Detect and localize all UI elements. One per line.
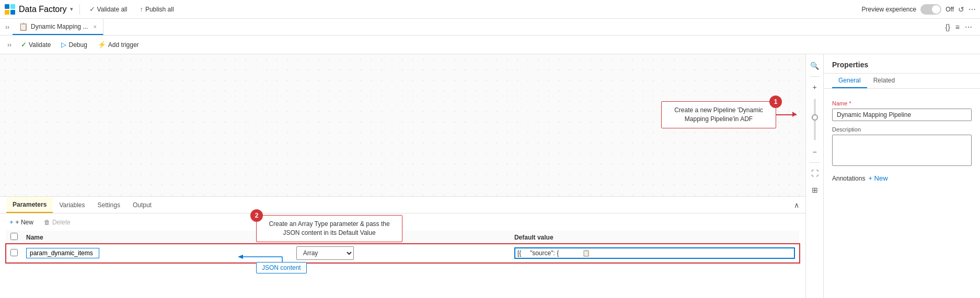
param-table: Name Type Default value <box>6 231 799 263</box>
debug-btn[interactable]: ▷ Debug <box>57 39 91 51</box>
tab-output[interactable]: Output <box>126 197 158 213</box>
canvas-area[interactable]: 1 Create a new Pipeline 'Dynamic Mapping… <box>0 54 823 298</box>
more-btn[interactable]: ⋯ <box>969 5 976 14</box>
trigger-icon: ⚡ <box>98 41 106 49</box>
param-default-cell: 📋 <box>510 244 799 263</box>
callout-badge-1: 1 <box>769 96 782 108</box>
svg-rect-1 <box>10 4 15 9</box>
tab-icon: 📋 <box>19 22 28 31</box>
svg-rect-2 <box>5 10 9 15</box>
tab-parameters[interactable]: Parameters <box>6 197 53 213</box>
validate-icon: ✓ <box>89 5 95 13</box>
tab-close-btn[interactable]: × <box>93 23 96 30</box>
preview-label: Preview experience <box>861 6 916 13</box>
tab-label: Dynamic Mapping ... <box>31 23 88 30</box>
app-chevron[interactable]: ▾ <box>70 6 73 13</box>
zoom-thumb <box>812 114 818 121</box>
tab-bar-actions: {} ≡ ⋯ <box>943 21 978 33</box>
tab-variables[interactable]: Variables <box>53 197 91 213</box>
svg-rect-0 <box>5 4 9 9</box>
tab-settings[interactable]: Settings <box>91 197 126 213</box>
preview-toggle[interactable] <box>920 4 941 15</box>
name-label: Name * <box>832 100 972 106</box>
pipeline-name-input[interactable] <box>832 109 972 121</box>
add-annotation-btn[interactable]: + New <box>868 174 887 182</box>
validate-btn[interactable]: ✓ Validate <box>17 39 55 51</box>
properties-tabs: General Related <box>824 74 980 89</box>
tool-divider-2 <box>810 162 820 163</box>
row-checkbox[interactable] <box>10 249 18 256</box>
pipeline-toolbar: ›› ✓ Validate ▷ Debug ⚡ Add trigger <box>0 35 980 54</box>
panel-collapse-btn[interactable]: ∧ <box>794 201 799 209</box>
col-name: Name <box>22 231 292 244</box>
top-bar: Data Factory ▾ ✓ Validate all ↑ Publish … <box>0 0 980 19</box>
zoom-out-btn[interactable]: − <box>808 145 822 159</box>
annotations-header: Annotations + New <box>832 174 972 182</box>
panel-toolbar: + + New 🗑 Delete <box>0 213 805 231</box>
main-area: 1 Create a new Pipeline 'Dynamic Mapping… <box>0 54 980 298</box>
default-value-input[interactable] <box>517 249 580 257</box>
callout-1: 1 Create a new Pipeline 'Dynamic Mapping… <box>661 101 776 128</box>
layout-btn[interactable]: ⊞ <box>808 183 822 197</box>
top-bar-right: Preview experience Off ↺ ⋯ <box>861 4 976 15</box>
zoom-slider[interactable] <box>814 99 816 140</box>
callout-2: 2 Create an Array Type parameter & pass … <box>256 215 402 242</box>
select-all-checkbox[interactable] <box>10 233 18 240</box>
tab-more-btn[interactable]: ⋯ <box>963 21 974 33</box>
refresh-btn[interactable]: ↺ <box>958 5 964 14</box>
properties-body: Name * Description Annotations + New <box>824 89 980 188</box>
app-title: Data Factory <box>19 5 67 14</box>
new-icon: + <box>9 218 14 226</box>
code-view-btn[interactable]: {} <box>943 21 951 33</box>
prop-tab-general[interactable]: General <box>832 74 867 88</box>
sidebar-expand-btn[interactable]: ›› <box>2 23 13 31</box>
delete-icon: 🗑 <box>44 219 50 226</box>
new-parameter-btn[interactable]: + + New <box>6 217 37 228</box>
tool-divider-1 <box>810 76 820 77</box>
validate-check-icon: ✓ <box>21 41 27 49</box>
tab-dynamic-mapping[interactable]: 📋 Dynamic Mapping ... × <box>13 19 103 35</box>
param-name-input[interactable] <box>26 248 99 258</box>
col-default: Default value <box>510 231 799 244</box>
panel-tabs: Parameters Variables Settings Output ∧ <box>0 197 805 213</box>
copy-icon[interactable]: 📋 <box>582 249 590 257</box>
description-input[interactable] <box>832 135 972 166</box>
param-name-cell <box>22 244 292 263</box>
default-value-wrapper: 📋 <box>514 247 795 259</box>
bottom-panel: Parameters Variables Settings Output ∧ +… <box>0 196 805 298</box>
canvas-tools: 🔍 + − ⛶ ⊞ <box>805 54 823 298</box>
svg-rect-3 <box>10 10 15 15</box>
prop-tab-related[interactable]: Related <box>867 74 901 88</box>
properties-title: Properties <box>824 54 980 74</box>
fit-canvas-btn[interactable]: ⛶ <box>808 166 822 181</box>
callout-arrow-1 <box>776 114 797 115</box>
tab-bar: ›› 📋 Dynamic Mapping ... × {} ≡ ⋯ <box>0 19 980 35</box>
table-row: Array String Int Bool 📋 <box>6 244 799 263</box>
toolbar-expand-btn[interactable]: ›› <box>4 41 15 49</box>
param-table-container: Name Type Default value <box>0 231 805 267</box>
add-trigger-btn[interactable]: ⚡ Add trigger <box>94 39 143 51</box>
app-logo: Data Factory ▾ <box>4 4 73 15</box>
toggle-off-label: Off <box>946 6 954 13</box>
param-type-select[interactable]: Array String Int Bool <box>296 246 354 260</box>
callout-badge-2: 2 <box>250 209 263 222</box>
json-content-label: JSON content <box>256 262 307 273</box>
debug-icon: ▷ <box>61 41 66 49</box>
properties-btn[interactable]: ≡ <box>954 21 961 33</box>
validate-all-btn[interactable]: ✓ Validate all <box>86 4 131 15</box>
search-canvas-btn[interactable]: 🔍 <box>808 58 822 73</box>
zoom-in-btn[interactable]: + <box>808 80 822 94</box>
desc-label: Description <box>832 126 972 133</box>
publish-all-btn[interactable]: ↑ Publish all <box>136 4 177 15</box>
publish-icon: ↑ <box>140 5 143 13</box>
logo-icon <box>4 4 16 15</box>
param-type-cell: Array String Int Bool <box>292 244 510 263</box>
divider-1 <box>79 4 80 15</box>
properties-panel: Properties General Related Name * Descri… <box>823 54 980 298</box>
delete-parameter-btn[interactable]: 🗑 Delete <box>41 217 74 228</box>
